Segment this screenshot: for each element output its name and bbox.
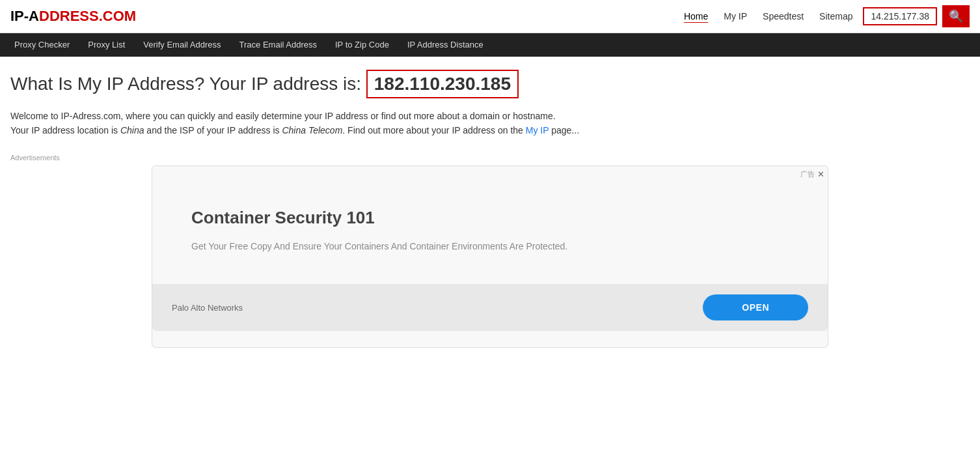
header: IP-ADDRESS.COM Home My IP Speedtest Site… bbox=[0, 0, 980, 33]
desc-line2-prefix: Your IP address location is bbox=[10, 125, 120, 135]
ad-close-area: 广告 ✕ bbox=[800, 169, 824, 179]
location-text: China bbox=[120, 125, 144, 135]
nav-speedtest[interactable]: Speedtest bbox=[763, 11, 804, 21]
navbar-proxy-checker[interactable]: Proxy Checker bbox=[5, 33, 79, 57]
navbar-verify-email[interactable]: Verify Email Address bbox=[134, 33, 230, 57]
ad-open-button[interactable]: OPEN bbox=[703, 294, 808, 320]
main-content: What Is My IP Address? Your IP address i… bbox=[0, 57, 980, 361]
ip-address-display: 182.110.230.185 bbox=[366, 70, 519, 98]
ad-brand: Palo Alto Networks bbox=[172, 303, 243, 313]
description-text: Welcome to IP-Adress.com, where you can … bbox=[10, 109, 970, 138]
navbar-trace-email[interactable]: Trace Email Address bbox=[230, 33, 326, 57]
desc-line1: Welcome to IP-Adress.com, where you can … bbox=[10, 111, 556, 121]
page-heading: What Is My IP Address? Your IP address i… bbox=[10, 70, 970, 98]
ad-box: Container Security 101 Get Your Free Cop… bbox=[152, 165, 828, 348]
header-nav: Home My IP Speedtest Sitemap bbox=[684, 11, 853, 21]
logo[interactable]: IP-ADDRESS.COM bbox=[10, 8, 136, 25]
ad-close-button[interactable]: ✕ bbox=[817, 169, 824, 179]
ads-label: Advertisements bbox=[10, 154, 970, 162]
navbar-proxy-list[interactable]: Proxy List bbox=[79, 33, 134, 57]
desc-line2-mid: and the ISP of your IP address is bbox=[144, 125, 282, 135]
ad-bottom-bar: Palo Alto Networks OPEN bbox=[152, 284, 828, 331]
navbar-ip-zip[interactable]: IP to Zip Code bbox=[326, 33, 398, 57]
nav-myip[interactable]: My IP bbox=[724, 11, 747, 21]
ad-subtitle: Get Your Free Copy And Ensure Your Conta… bbox=[191, 241, 567, 251]
isp-text: China Telecom bbox=[282, 125, 342, 135]
desc-end: page... bbox=[549, 125, 579, 135]
ad-title: Container Security 101 bbox=[191, 208, 375, 228]
header-ip-display: 14.215.177.38 bbox=[863, 7, 937, 25]
nav-home[interactable]: Home bbox=[684, 11, 708, 21]
my-ip-link[interactable]: My IP bbox=[526, 125, 549, 135]
search-button[interactable]: 🔍 bbox=[942, 5, 970, 27]
navbar-ip-distance[interactable]: IP Address Distance bbox=[398, 33, 493, 57]
logo-highlight: D bbox=[39, 8, 49, 25]
heading-prefix: What Is My IP Address? Your IP address i… bbox=[10, 74, 361, 94]
ad-label-text: 广告 bbox=[800, 169, 815, 179]
ad-container: 广告 ✕ Container Security 101 Get Your Fre… bbox=[152, 165, 828, 348]
desc-suffix: . Find out more about your IP address on… bbox=[342, 125, 525, 135]
logo-address-text: DRESS.COM bbox=[49, 8, 136, 25]
navbar: Proxy Checker Proxy List Verify Email Ad… bbox=[0, 33, 980, 57]
nav-sitemap[interactable]: Sitemap bbox=[819, 11, 852, 21]
logo-ip-text: IP-A bbox=[10, 8, 39, 25]
